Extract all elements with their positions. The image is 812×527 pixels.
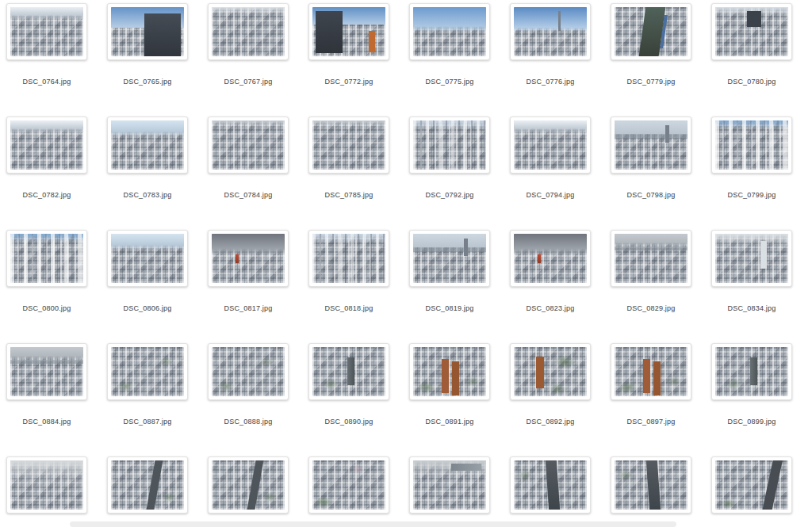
photo-thumbnail[interactable] <box>611 456 691 527</box>
photo-filename: DSC_0891.jpg <box>409 418 490 426</box>
photo-image <box>10 347 83 396</box>
photo-filename: DSC_0792.jpg <box>409 191 490 200</box>
photo-image <box>715 234 788 283</box>
photo-frame <box>510 343 591 400</box>
photo-thumbnail[interactable]: DSC_0817.jpg <box>208 230 289 313</box>
photo-image <box>312 347 385 396</box>
photo-thumbnail[interactable]: DSC_0798.jpg <box>611 116 691 200</box>
photo-image <box>715 120 788 170</box>
photo-image <box>615 234 688 283</box>
photo-thumbnail[interactable] <box>308 456 389 527</box>
photo-thumbnail[interactable] <box>107 456 188 527</box>
photo-thumbnail[interactable]: DSC_0884.jpg <box>6 343 87 426</box>
photo-image <box>715 347 788 396</box>
photo-filename: DSC_0823.jpg <box>510 304 591 313</box>
photo-frame <box>308 3 389 60</box>
photo-image <box>10 234 83 283</box>
photo-frame <box>6 456 87 514</box>
photo-thumbnail[interactable] <box>6 456 87 527</box>
photo-thumbnail[interactable]: DSC_0800.jpg <box>6 230 87 313</box>
photo-frame <box>208 3 289 60</box>
photo-thumbnail[interactable]: DSC_0897.jpg <box>611 343 691 426</box>
photo-thumbnail[interactable]: DSC_0818.jpg <box>308 230 389 313</box>
photo-thumbnail[interactable]: DSC_0782.jpg <box>6 116 87 200</box>
photo-frame <box>308 116 389 174</box>
photo-thumbnail[interactable]: DSC_0794.jpg <box>510 116 591 200</box>
photo-filename: DSC_0779.jpg <box>611 78 691 86</box>
photo-thumbnail[interactable]: DSC_0776.jpg <box>510 3 591 86</box>
photo-thumbnail[interactable]: DSC_0819.jpg <box>409 230 490 313</box>
photo-frame <box>107 116 188 174</box>
photo-image <box>514 234 587 283</box>
photo-filename: DSC_0765.jpg <box>107 78 188 86</box>
photo-frame <box>611 230 691 287</box>
photo-thumbnail[interactable]: DSC_0783.jpg <box>107 116 188 200</box>
photo-frame <box>711 343 792 400</box>
photo-grid: DSC_0764.jpg DSC_0765.jpg DSC_0767.jpg D… <box>6 3 792 527</box>
photo-image <box>413 234 486 283</box>
photo-frame <box>409 230 490 287</box>
photo-image <box>111 347 184 396</box>
photo-frame <box>208 230 289 287</box>
photo-image <box>10 7 83 56</box>
photo-image <box>312 120 385 170</box>
photo-thumbnail[interactable]: DSC_0764.jpg <box>6 3 87 86</box>
photo-frame <box>308 343 389 400</box>
photo-thumbnail[interactable] <box>409 456 490 527</box>
photo-thumbnail[interactable]: DSC_0792.jpg <box>409 116 490 200</box>
photo-frame <box>308 230 389 287</box>
photo-filename: DSC_0818.jpg <box>308 304 389 313</box>
photo-filename: DSC_0806.jpg <box>107 304 188 313</box>
photo-frame <box>409 343 490 400</box>
photo-filename: DSC_0817.jpg <box>208 304 289 313</box>
photo-image <box>413 460 486 510</box>
photo-filename: DSC_0772.jpg <box>308 78 389 86</box>
photo-frame <box>611 343 691 400</box>
photo-frame <box>711 456 792 514</box>
photo-thumbnail[interactable]: DSC_0767.jpg <box>208 3 289 86</box>
photo-frame <box>6 230 87 287</box>
photo-thumbnail[interactable]: DSC_0784.jpg <box>208 116 289 200</box>
photo-thumbnail[interactable]: DSC_0799.jpg <box>711 116 792 200</box>
photo-image <box>212 234 285 283</box>
photo-thumbnail[interactable]: DSC_0890.jpg <box>308 343 389 426</box>
photo-image <box>212 347 285 396</box>
photo-thumbnail[interactable] <box>711 456 792 527</box>
photo-thumbnail[interactable]: DSC_0775.jpg <box>409 3 490 86</box>
photo-thumbnail[interactable] <box>208 456 289 527</box>
photo-filename: DSC_0888.jpg <box>208 418 289 426</box>
photo-thumbnail[interactable]: DSC_0892.jpg <box>510 343 591 426</box>
photo-image <box>111 7 184 56</box>
photo-filename: DSC_0775.jpg <box>409 78 490 86</box>
photo-thumbnail[interactable]: DSC_0891.jpg <box>409 343 490 426</box>
photo-thumbnail[interactable]: DSC_0834.jpg <box>711 230 792 313</box>
photo-filename: DSC_0899.jpg <box>711 418 792 426</box>
photo-image <box>715 460 788 510</box>
photo-thumbnail[interactable]: DSC_0772.jpg <box>308 3 389 86</box>
photo-thumbnail[interactable]: DSC_0899.jpg <box>711 343 792 426</box>
horizontal-scrollbar-thumb[interactable] <box>70 521 676 527</box>
photo-image <box>312 234 385 283</box>
photo-image <box>413 120 486 170</box>
photo-frame <box>107 343 188 400</box>
photo-image <box>615 347 688 396</box>
photo-filename: DSC_0834.jpg <box>711 304 792 313</box>
photo-frame <box>208 116 289 174</box>
photo-filename: DSC_0783.jpg <box>107 191 188 200</box>
photo-thumbnail[interactable]: DSC_0780.jpg <box>711 3 792 86</box>
photo-thumbnail[interactable]: DSC_0829.jpg <box>611 230 691 313</box>
photo-image <box>212 460 285 510</box>
photo-thumbnail[interactable]: DSC_0888.jpg <box>208 343 289 426</box>
photo-image <box>615 7 688 56</box>
photo-frame <box>208 343 289 400</box>
photo-frame <box>611 3 691 60</box>
photo-thumbnail[interactable]: DSC_0765.jpg <box>107 3 188 86</box>
photo-thumbnail[interactable]: DSC_0785.jpg <box>308 116 389 200</box>
photo-frame <box>611 456 691 514</box>
photo-thumbnail[interactable] <box>510 456 591 527</box>
photo-thumbnail[interactable]: DSC_0806.jpg <box>107 230 188 313</box>
photo-thumbnail[interactable]: DSC_0779.jpg <box>611 3 691 86</box>
photo-thumbnail[interactable]: DSC_0823.jpg <box>510 230 591 313</box>
photo-thumbnail[interactable]: DSC_0887.jpg <box>107 343 188 426</box>
photo-filename: DSC_0897.jpg <box>611 418 691 426</box>
